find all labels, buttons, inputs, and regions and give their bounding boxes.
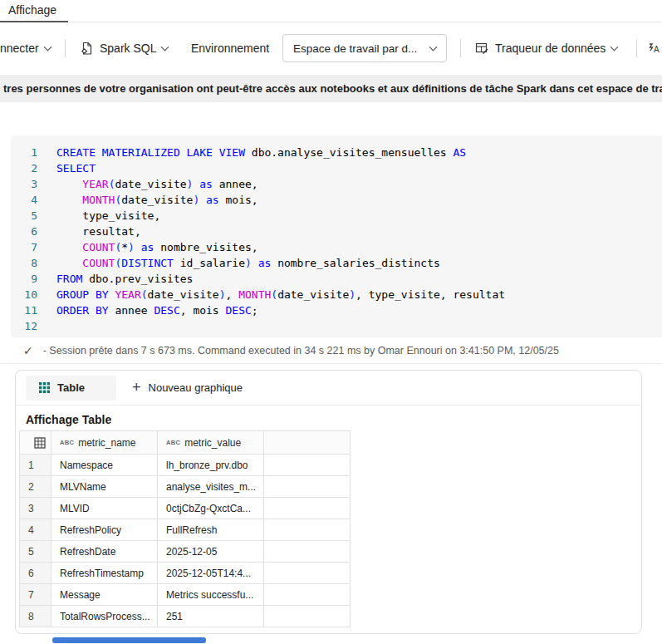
metric-value-cell: 2025-12-05 [158,541,264,563]
table-row[interactable]: 2MLVNameanalyse_visites_m... [20,476,351,498]
connect-dropdown[interactable]: nnecter [0,22,51,74]
column-label: metric_value [184,437,241,449]
row-number-cell: 8 [20,606,51,627]
code-line[interactable]: 5 type_visite, [11,208,662,224]
table-corner-cell[interactable] [20,431,51,455]
metric-value-cell: 2025-12-05T14:4... [158,563,264,584]
metric-value-cell: 251 [158,606,264,627]
table-row[interactable]: 4RefreshPolicyFullRefresh [20,519,351,541]
line-number: 2 [11,160,56,176]
spark-sql-label: Spark SQL [100,42,156,55]
code-line[interactable]: 4 MONTH(date_visite) as mois, [11,192,662,208]
metric-name-cell: MLVName [51,476,158,498]
svg-text:A: A [654,45,660,54]
code-line[interactable]: 11ORDER BY annee DESC, mois DESC; [11,302,662,318]
session-status-text: - Session prête dans 7 s 673 ms. Command… [43,345,559,356]
chevron-down-icon [161,42,169,51]
empty-cell [264,541,351,563]
chevron-down-icon [611,42,619,51]
column-header-metric-value[interactable]: ABCmetric_value [158,431,264,455]
workspace-label: Espace de travail par d... [293,42,417,55]
code-line[interactable]: 1CREATE MATERIALIZED LAKE VIEW dbo.analy… [11,145,662,160]
line-number: 4 [11,192,56,208]
chevron-down-icon [429,42,438,51]
code-line[interactable]: 10GROUP BY YEAR(date_visite), MONTH(date… [11,287,662,302]
code-line[interactable]: 2SELECT [11,160,662,176]
code-line[interactable]: 9FROM dbo.prev_visites [11,271,662,287]
tab-affichage[interactable]: Affichage [8,3,56,17]
table-row[interactable]: 8TotalRowsProcess...251 [20,606,351,627]
line-number: 7 [11,239,56,255]
code-text: CREATE MATERIALIZED LAKE VIEW dbo.analys… [56,145,466,160]
table-tab-label: Table [57,381,85,394]
results-tabs-row: Table + Nouveau graphique [16,371,641,406]
code-text: GROUP BY YEAR(date_visite), MONTH(date_v… [56,287,505,302]
code-line[interactable]: 12 [11,318,662,334]
metric-name-cell: RefreshDate [51,541,158,563]
string-type-icon: ABC [60,439,74,446]
metric-value-cell: FullRefresh [158,519,264,541]
success-check-icon: ✓ [23,344,33,357]
table-row[interactable]: 7MessageMetrics successfu... [20,584,351,606]
empty-cell [264,455,351,476]
empty-cell [264,606,351,627]
ribbon-toolbar: nnecter Spark SQL Environnement Espace d… [0,22,662,74]
code-text: resultat, [56,224,141,239]
code-line[interactable]: 6 resultat, [11,224,662,239]
data-tracker-dropdown[interactable]: Traqueur de données [475,22,617,74]
code-editor[interactable]: 1CREATE MATERIALIZED LAKE VIEW dbo.analy… [11,145,662,334]
chevron-down-icon [43,42,51,51]
plus-icon: + [132,380,141,395]
new-chart-button[interactable]: + Nouveau graphique [132,381,243,395]
grid-icon [34,437,46,449]
code-line[interactable]: 3 YEAR(date_visite) as annee, [11,176,662,192]
string-type-icon: ABC [166,439,180,446]
ribbon-tab-bar: Affichage [0,0,662,22]
code-line[interactable]: 8 COUNT(DISTINCT id_salarie) as nombre_s… [11,255,662,271]
empty-cell [264,476,351,498]
row-number-cell: 1 [20,455,51,476]
metric-name-cell: Message [51,584,158,606]
table-row[interactable]: 1Namespacelh_bronze_prv.dbo [20,455,351,476]
translate-icon: A [648,42,662,56]
warning-banner: tres personnes de votre organisation ont… [0,75,662,102]
metric-name-cell: RefreshPolicy [51,519,158,541]
workspace-default-dropdown[interactable]: Espace de travail par d... [282,34,447,62]
table-header-row: ABCmetric_name ABCmetric_value [20,431,351,455]
metric-value-cell: Metrics successfu... [158,584,264,606]
code-text: COUNT(DISTINCT id_salarie) as nombre_sal… [56,255,440,271]
data-tracker-icon [475,42,489,56]
horizontal-scrollbar-thumb[interactable] [52,637,206,643]
table-row[interactable]: 6RefreshTimestamp2025-12-05T14:4... [20,563,351,584]
new-chart-label: Nouveau graphique [149,381,243,394]
column-header-empty [264,431,351,455]
line-number: 11 [11,302,56,318]
table-row[interactable]: 5RefreshDate2025-12-05 [20,541,351,563]
cell-status-row: ✓ - Session prête dans 7 s 673 ms. Comma… [23,340,559,361]
connect-label: nnecter [0,42,39,55]
row-number-cell: 4 [20,519,51,541]
code-line[interactable]: 7 COUNT(*) as nombre_visites, [11,239,662,255]
line-number: 6 [11,224,56,239]
environment-button[interactable]: Environnement [191,22,269,74]
row-number-cell: 5 [20,541,51,563]
code-text: FROM dbo.prev_visites [56,271,193,287]
spark-sql-icon [80,42,94,56]
metric-name-cell: RefreshTimestamp [51,563,158,584]
line-number: 12 [11,318,56,334]
metric-value-cell: lh_bronze_prv.dbo [158,455,264,476]
code-text: COUNT(*) as nombre_visites, [56,239,258,255]
metric-name-cell: TotalRowsProcess... [51,606,158,627]
column-header-metric-name[interactable]: ABCmetric_name [51,431,158,455]
empty-cell [264,519,351,541]
line-number: 10 [11,287,56,302]
banner-text: tres personnes de votre organisation ont… [3,82,662,95]
spark-sql-dropdown[interactable]: Spark SQL [80,22,168,74]
code-text: YEAR(date_visite) as annee, [56,176,258,192]
tab-table[interactable]: Table [26,376,116,401]
notebook-code-cell[interactable]: 1CREATE MATERIALIZED LAKE VIEW dbo.analy… [11,135,662,337]
results-view-title: Affichage Table [16,406,641,430]
row-number-cell: 2 [20,476,51,498]
translate-button[interactable]: A [648,22,662,74]
table-row[interactable]: 3MLVID0ctjCbZg-QxctCa... [20,498,351,519]
